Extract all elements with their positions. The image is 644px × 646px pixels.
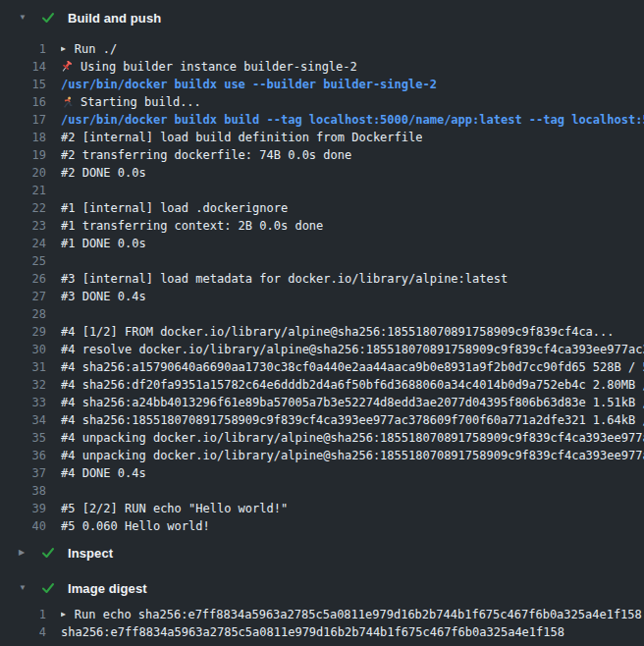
line-number[interactable]: 4 (0, 623, 46, 641)
line-number[interactable]: 27 (0, 288, 46, 305)
line-number[interactable]: 32 (0, 376, 46, 394)
line-number[interactable]: 24 (0, 235, 46, 252)
expand-step-icon[interactable]: ▶ (61, 45, 66, 53)
line-text: Run ./ (75, 40, 117, 58)
line-number[interactable]: 30 (0, 341, 46, 358)
line-content: #2 transferring dockerfile: 74B 0.0s don… (61, 146, 351, 164)
log-line: 15/usr/bin/docker buildx use --builder b… (0, 76, 644, 93)
line-number[interactable]: 40 (0, 517, 46, 535)
line-number[interactable]: 26 (0, 270, 46, 288)
line-content: #3 [internal] load metadata for docker.i… (61, 270, 508, 288)
section-title: Build and push (68, 11, 161, 26)
line-text: #5 0.060 Hello world! (61, 517, 210, 535)
line-content: #2 DONE 0.0s (61, 164, 146, 182)
line-number[interactable]: 36 (0, 447, 46, 464)
line-content: #1 [internal] load .dockerignore (61, 199, 288, 217)
log-line: 16Starting build... (0, 93, 644, 111)
pushpin-icon (61, 61, 74, 74)
section-body-build-and-push: 1▶Run ./14Using builder instance builder… (0, 35, 644, 535)
line-content: #4 unpacking docker.io/library/alpine@sh… (61, 447, 644, 464)
line-number[interactable]: 35 (0, 429, 46, 447)
line-number[interactable]: 28 (0, 305, 46, 323)
line-content: #4 [1/2] FROM docker.io/library/alpine@s… (61, 323, 615, 341)
line-content: #5 [2/2] RUN echo "Hello world!" (61, 500, 288, 517)
line-content: #4 sha256:a15790640a6690aa1730c38cf0a440… (61, 358, 644, 376)
chevron-down-icon[interactable]: ▼ (19, 584, 31, 592)
line-text: #4 unpacking docker.io/library/alpine@sh… (61, 447, 644, 464)
line-text: #4 sha256:185518070891758909c9f839cf4ca3… (61, 411, 644, 429)
line-text: #1 transferring context: 2B 0.0s done (61, 217, 323, 235)
line-text: #5 [2/2] RUN echo "Hello world!" (61, 500, 288, 517)
line-text: #1 [internal] load .dockerignore (61, 199, 288, 217)
line-number[interactable]: 29 (0, 323, 46, 341)
line-text: #4 sha256:a15790640a6690aa1730c38cf0a440… (61, 358, 644, 376)
line-number[interactable]: 31 (0, 358, 46, 376)
log-line: 21 (0, 182, 644, 199)
line-text: #3 [internal] load metadata for docker.i… (61, 270, 508, 288)
line-number[interactable]: 38 (0, 482, 46, 500)
line-number[interactable]: 17 (0, 111, 46, 129)
line-number[interactable]: 22 (0, 199, 46, 217)
line-text: #2 DONE 0.0s (61, 164, 146, 182)
section-header-build-and-push[interactable]: ▼Build and push (0, 0, 644, 35)
line-content: #3 DONE 0.4s (61, 288, 146, 305)
line-content: #1 DONE 0.0s (61, 235, 146, 252)
runner-icon (61, 96, 74, 109)
line-text: #2 transferring dockerfile: 74B 0.0s don… (61, 146, 351, 164)
expand-step-icon[interactable]: ▶ (61, 611, 66, 619)
line-number[interactable]: 25 (0, 252, 46, 270)
line-text: Using builder instance builder-single-2 (80, 58, 357, 76)
chevron-down-icon[interactable]: ▼ (19, 14, 31, 22)
line-number[interactable]: 21 (0, 182, 46, 199)
line-content: Starting build... (61, 93, 201, 111)
line-text: sha256:e7ff8834a5963a2785c5a0811e979d16b… (61, 623, 564, 641)
log-line: 29#4 [1/2] FROM docker.io/library/alpine… (0, 323, 644, 341)
line-number[interactable]: 37 (0, 464, 46, 482)
line-number[interactable]: 18 (0, 129, 46, 146)
line-text: #4 resolve docker.io/library/alpine@sha2… (61, 341, 644, 358)
log-line: 40#5 0.060 Hello world! (0, 517, 644, 535)
line-text: Run echo sha256:e7ff8834a5963a2785c5a081… (75, 606, 642, 623)
line-number[interactable]: 16 (0, 93, 46, 111)
line-content: #4 resolve docker.io/library/alpine@sha2… (61, 341, 644, 358)
line-number[interactable]: 15 (0, 76, 46, 93)
log-line: 30#4 resolve docker.io/library/alpine@sh… (0, 341, 644, 358)
section-title: Image digest (68, 581, 147, 596)
line-content: #4 sha256:a24bb4013296f61e89ba57005a7b3e… (61, 394, 644, 411)
line-content: #4 sha256:df20fa9351a15782c64e6dddb2d4a6… (61, 376, 644, 394)
line-text: #3 DONE 0.4s (61, 288, 146, 305)
line-content: /usr/bin/docker buildx use --builder bui… (61, 76, 437, 93)
line-number[interactable]: 1 (0, 40, 46, 58)
log-line: 19#2 transferring dockerfile: 74B 0.0s d… (0, 146, 644, 164)
success-check-icon (41, 546, 55, 560)
line-number[interactable]: 23 (0, 217, 46, 235)
section-header-inspect[interactable]: ▶Inspect (0, 535, 644, 570)
log-line: 23#1 transferring context: 2B 0.0s done (0, 217, 644, 235)
log-line: 24#1 DONE 0.0s (0, 235, 644, 252)
log-section-inspect: ▶Inspect (0, 535, 644, 570)
line-number[interactable]: 1 (0, 606, 46, 623)
log-line: 38 (0, 482, 644, 500)
log-line: 18#2 [internal] load build definition fr… (0, 129, 644, 146)
line-number[interactable]: 39 (0, 500, 46, 517)
line-content: Using builder instance builder-single-2 (61, 58, 357, 76)
log-section-image-digest: ▼Image digest1▶Run echo sha256:e7ff8834a… (0, 570, 644, 641)
log-line: 20#2 DONE 0.0s (0, 164, 644, 182)
log-sections: ▼Build and push1▶Run ./14Using builder i… (0, 0, 644, 641)
log-line: 4sha256:e7ff8834a5963a2785c5a0811e979d16… (0, 623, 644, 641)
line-content: #1 transferring context: 2B 0.0s done (61, 217, 323, 235)
section-header-image-digest[interactable]: ▼Image digest (0, 570, 644, 606)
line-number[interactable]: 19 (0, 146, 46, 164)
line-content: #4 DONE 0.4s (61, 464, 146, 482)
line-number[interactable]: 34 (0, 411, 46, 429)
log-line: 39#5 [2/2] RUN echo "Hello world!" (0, 500, 644, 517)
workflow-log-viewer: ▼Build and push1▶Run ./14Using builder i… (0, 0, 644, 646)
line-number[interactable]: 33 (0, 394, 46, 411)
log-line: 28 (0, 305, 644, 323)
line-number[interactable]: 14 (0, 58, 46, 76)
line-number[interactable]: 20 (0, 164, 46, 182)
chevron-right-icon[interactable]: ▶ (19, 549, 31, 557)
success-check-icon (41, 581, 55, 595)
log-line: 37#4 DONE 0.4s (0, 464, 644, 482)
line-content: #4 sha256:185518070891758909c9f839cf4ca3… (61, 411, 644, 429)
